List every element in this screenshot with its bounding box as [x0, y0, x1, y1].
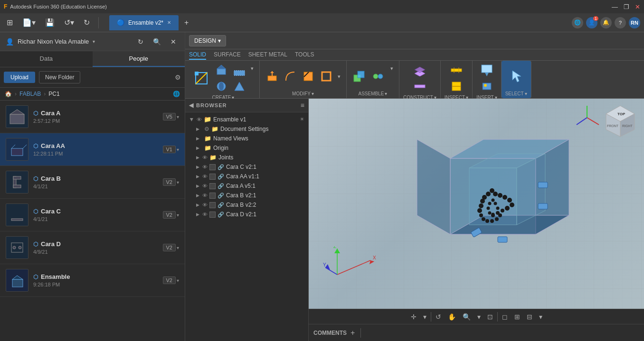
- tree-joints[interactable]: ▶ 👁 📁 Joints: [185, 153, 308, 162]
- panel-settings-button[interactable]: ⚙: [175, 74, 181, 81]
- pan-arrow-button[interactable]: ▾: [421, 312, 429, 322]
- new-folder-button[interactable]: New Folder: [39, 71, 80, 83]
- search-button[interactable]: 🔍: [150, 36, 164, 47]
- tree-eye-cara-a-v5-1[interactable]: 👁: [202, 183, 208, 189]
- construct-offset-plane-button[interactable]: [411, 63, 428, 78]
- modify-chamfer-button[interactable]: [300, 69, 317, 84]
- browser-collapse-btn[interactable]: ◀: [189, 102, 193, 109]
- select-arrow[interactable]: ▾: [525, 91, 527, 96]
- close-panel-button[interactable]: ✕: [168, 36, 179, 47]
- modify-shell-button[interactable]: [318, 69, 335, 84]
- tree-cara-aa-v1-1[interactable]: ▶ 👁 🔗 Cara AA v1:1: [185, 172, 308, 181]
- tree-arrow-origin[interactable]: ▶: [195, 146, 200, 150]
- file-version-cara-c[interactable]: V2 ▾: [163, 211, 179, 219]
- display-mode-button[interactable]: ◻: [500, 312, 510, 322]
- upload-button[interactable]: Upload: [4, 72, 35, 83]
- connect-icon[interactable]: 🌐: [572, 17, 583, 28]
- assemble-new-component-button[interactable]: [350, 69, 368, 84]
- assemble-label[interactable]: ASSEMBLE ▾: [359, 91, 388, 96]
- create-more-button[interactable]: ▾: [249, 65, 256, 73]
- ribbon-tab-sheetmetal[interactable]: SHEET METAL: [248, 50, 287, 60]
- tree-origin[interactable]: ▶ 📁 Origin: [185, 143, 308, 153]
- new-tab-button[interactable]: +: [181, 17, 191, 29]
- zoom-button[interactable]: 🔍: [460, 312, 473, 322]
- tree-arrow-cara-b-v2-2[interactable]: ▶: [195, 203, 200, 207]
- modify-press-pull-button[interactable]: [264, 69, 281, 84]
- breadcrumb-globe[interactable]: 🌐: [173, 91, 180, 97]
- file-version-cara-d[interactable]: V2 ▾: [163, 244, 179, 251]
- zoom-fit-button[interactable]: ⊡: [485, 312, 495, 322]
- version-arrow-cara-d[interactable]: ▾: [177, 245, 179, 250]
- titlebar-right[interactable]: — ❐ ✕: [612, 3, 640, 10]
- version-arrow-cara-aa[interactable]: ▾: [177, 147, 179, 152]
- file-version-cara-a[interactable]: V5 ▾: [163, 113, 179, 120]
- insert-decal-button[interactable]: [478, 79, 495, 94]
- minimize-button[interactable]: —: [612, 3, 618, 10]
- tree-checkbox-cara-b-v2-1[interactable]: [209, 193, 216, 199]
- tree-checkbox-cara-b-v2-2[interactable]: [209, 202, 216, 208]
- tree-document-settings[interactable]: ▶ ⚙ 📁 Document Settings: [185, 124, 308, 134]
- modify-label[interactable]: MODIFY ▾: [292, 91, 314, 96]
- tree-eye-cara-b-v2-1[interactable]: 👁: [202, 193, 208, 198]
- ribbon-tab-surface[interactable]: SURFACE: [214, 50, 241, 60]
- file-version-cara-b[interactable]: V2 ▾: [163, 178, 179, 186]
- assemble-joint-button[interactable]: [369, 69, 387, 84]
- file-item-cara-a[interactable]: ⬡ Cara A 2:57:12 PM V5 ▾: [0, 101, 185, 133]
- tree-arrow-named-views[interactable]: ▶: [195, 136, 200, 141]
- create-sketch-button[interactable]: [191, 69, 212, 88]
- create-revolve-button[interactable]: [213, 79, 230, 94]
- modify-more-button[interactable]: ▾: [336, 73, 342, 81]
- tree-cara-c-v2-1[interactable]: ▶ 👁 🔗 Cara C v2:1: [185, 162, 308, 172]
- create-sweep-button[interactable]: [231, 63, 248, 78]
- file-item-cara-b[interactable]: ⬡ Cara B 4/1/21 V2 ▾: [0, 166, 185, 199]
- tree-arrow-root[interactable]: ▶: [189, 117, 194, 122]
- tree-eye-cara-d-v2-1[interactable]: 👁: [202, 212, 208, 217]
- close-button[interactable]: ✕: [635, 3, 640, 10]
- tree-cara-d-v2-1[interactable]: ▶ 👁 🔗 Cara D v2:1: [185, 210, 308, 219]
- design-dropdown[interactable]: DESIGN ▾: [189, 35, 226, 46]
- file-item-cara-d[interactable]: ⬡ Cara D 4/9/21 V2 ▾: [0, 231, 185, 264]
- ribbon-tab-tools[interactable]: TOOLS: [295, 50, 314, 60]
- active-tab[interactable]: 🔵 Ensamble v2* ✕: [109, 15, 179, 30]
- tab-data[interactable]: Data: [0, 51, 93, 67]
- breadcrumb-home[interactable]: 🏠: [5, 91, 12, 97]
- refresh-button[interactable]: ↻: [135, 36, 146, 47]
- notification-icon[interactable]: 🔔: [600, 17, 612, 28]
- version-arrow-cara-c[interactable]: ▾: [177, 212, 179, 218]
- viewport-3d[interactable]: X Z Y: [309, 99, 644, 322]
- tree-arrow-cara-b-v2-1[interactable]: ▶: [195, 193, 200, 198]
- user-avatar[interactable]: RN: [629, 17, 640, 28]
- tree-eye-cara-b-v2-2[interactable]: 👁: [202, 202, 208, 208]
- tree-arrow-cara-aa-v1-1[interactable]: ▶: [195, 174, 200, 179]
- tree-cara-b-v2-2[interactable]: ▶ 👁 🔗 Cara B v2:2: [185, 200, 308, 210]
- redo-button[interactable]: ↻: [81, 16, 93, 29]
- assemble-more-button[interactable]: ▾: [388, 65, 395, 73]
- tree-checkbox-cara-a-v5-1[interactable]: [209, 183, 216, 189]
- ribbon-tab-solid[interactable]: SOLID: [189, 50, 206, 60]
- pan2-button[interactable]: ✋: [445, 312, 458, 322]
- tree-checkbox-cara-c-v2-1[interactable]: [209, 164, 216, 170]
- file-item-ensamble[interactable]: ⬡ Ensamble 9:26:18 PM V2 ▾: [0, 264, 185, 297]
- user-dropdown-arrow[interactable]: ▾: [93, 39, 95, 44]
- file-version-ensamble[interactable]: V2 ▾: [163, 276, 179, 284]
- file-item-cara-aa[interactable]: ⬡ Cara AA 12:28:11 PM V1 ▾: [0, 133, 185, 166]
- tab-close-button[interactable]: ✕: [167, 20, 171, 25]
- construct-midplane-button[interactable]: [411, 79, 428, 94]
- file-item-cara-c[interactable]: ⬡ Cara C 4/1/21 V2 ▾: [0, 199, 185, 231]
- assemble-arrow[interactable]: ▾: [385, 91, 387, 96]
- help-icon[interactable]: ?: [615, 17, 626, 28]
- modify-fillet-button[interactable]: [282, 69, 299, 84]
- version-arrow-cara-a[interactable]: ▾: [177, 114, 179, 120]
- inspect-section-button[interactable]: [448, 79, 465, 94]
- rotate-button[interactable]: ↺: [433, 312, 444, 322]
- version-arrow-cara-b[interactable]: ▾: [177, 180, 179, 185]
- tree-arrow-cara-c-v2-1[interactable]: ▶: [195, 165, 200, 169]
- tree-eye-root[interactable]: 👁: [197, 117, 202, 122]
- tree-arrow-doc-settings[interactable]: ▶: [195, 127, 200, 131]
- pan-button[interactable]: ✛: [408, 312, 419, 322]
- tree-eye-cara-c-v2-1[interactable]: 👁: [202, 164, 208, 170]
- zoom-arrow-button[interactable]: ▾: [475, 312, 483, 322]
- app-menu-button[interactable]: ⊞: [4, 16, 16, 29]
- modify-arrow[interactable]: ▾: [312, 91, 314, 96]
- tree-arrow-joints[interactable]: ▶: [195, 155, 200, 160]
